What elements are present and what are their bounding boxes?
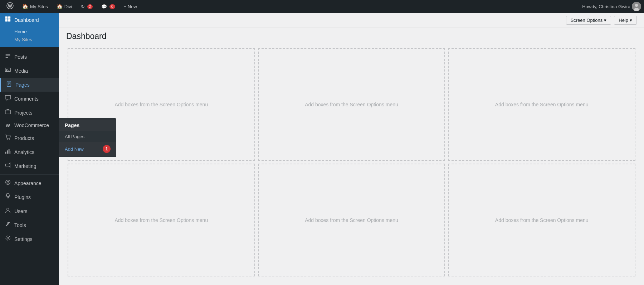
sidebar-item-users[interactable]: Users — [0, 204, 59, 218]
svg-rect-20 — [9, 149, 10, 154]
screen-options-button[interactable]: Screen Options ▾ — [566, 16, 611, 25]
content-header: Screen Options ▾ Help ▾ — [59, 13, 644, 28]
wp-logo-icon: W — [6, 2, 14, 11]
posts-icon — [4, 53, 11, 61]
screen-options-label: Screen Options — [571, 18, 603, 23]
svg-point-17 — [9, 139, 10, 140]
products-label: Products — [14, 135, 34, 141]
sidebar-item-appearance[interactable]: Appearance — [0, 176, 59, 190]
svg-rect-19 — [7, 150, 8, 154]
dashboard-box-3: Add boxes from the Screen Options menu — [448, 48, 635, 161]
dashboard-box-5: Add boxes from the Screen Options menu — [258, 164, 445, 276]
sidebar-item-tools[interactable]: Tools — [0, 218, 59, 232]
svg-point-22 — [6, 180, 10, 185]
plugins-label: Plugins — [14, 194, 31, 200]
tools-icon — [4, 221, 11, 229]
marketing-icon — [4, 162, 11, 170]
posts-label: Posts — [14, 54, 27, 60]
media-label: Media — [14, 68, 28, 74]
sidebar: Dashboard Home My Sites Posts — [0, 13, 59, 285]
user-greeting: Howdy, Christina Gwira — [582, 4, 630, 9]
dashboard-box-2: Add boxes from the Screen Options menu — [258, 48, 445, 161]
my-sites-button[interactable]: 🏠 My Sites — [19, 0, 52, 13]
sidebar-item-products[interactable]: Products — [0, 131, 59, 145]
submenu-all-pages[interactable]: All Pages — [59, 131, 116, 142]
all-pages-label: All Pages — [65, 134, 84, 139]
box-1-text: Add boxes from the Screen Options menu — [114, 102, 208, 107]
pages-label: Pages — [15, 82, 30, 88]
pages-submenu: Pages All Pages Add New 1 — [59, 118, 116, 157]
appearance-label: Appearance — [14, 180, 42, 186]
divi-label: Divi — [64, 4, 72, 9]
sidebar-item-woocommerce[interactable]: W WooCommerce — [0, 120, 59, 131]
wp-logo-button[interactable]: W — [3, 0, 17, 13]
add-new-badge: 1 — [103, 145, 111, 153]
svg-text:W: W — [8, 4, 12, 9]
plugins-icon — [4, 193, 11, 201]
svg-point-23 — [7, 181, 9, 183]
projects-label: Projects — [14, 110, 33, 116]
page-title-area: Dashboard — [59, 28, 644, 47]
products-icon — [4, 134, 11, 142]
updates-count: 2 — [87, 4, 93, 9]
user-avatar[interactable] — [632, 2, 641, 11]
tools-label: Tools — [14, 222, 26, 228]
box-5-text: Add boxes from the Screen Options menu — [305, 217, 398, 223]
svg-rect-8 — [8, 19, 10, 21]
home-link[interactable]: Home — [14, 28, 55, 36]
my-sites-sub-link[interactable]: My Sites — [14, 36, 55, 43]
sidebar-home-section: Home My Sites — [0, 27, 59, 47]
comments-label: Comments — [14, 96, 39, 102]
sidebar-item-pages[interactable]: Pages — [0, 78, 59, 92]
sidebar-item-media[interactable]: Media — [0, 64, 59, 78]
my-sites-label: My Sites — [30, 4, 48, 9]
sidebar-item-analytics[interactable]: Analytics — [0, 145, 59, 159]
new-content-label: + New — [124, 4, 137, 9]
svg-rect-21 — [10, 151, 10, 154]
media-icon — [4, 67, 11, 75]
svg-point-25 — [7, 208, 9, 210]
updates-button[interactable]: ↻ 2 — [77, 0, 97, 13]
my-sites-icon: 🏠 — [22, 4, 28, 9]
sidebar-item-marketing[interactable]: Marketing — [0, 159, 59, 173]
box-3-text: Add boxes from the Screen Options menu — [495, 102, 589, 107]
help-button[interactable]: Help ▾ — [614, 16, 637, 25]
settings-icon — [4, 235, 11, 243]
comments-count: 0 — [109, 4, 115, 9]
users-icon — [4, 207, 11, 215]
woocommerce-label: WooCommerce — [14, 122, 49, 128]
sidebar-item-projects[interactable]: Projects — [0, 106, 59, 120]
svg-point-3 — [635, 4, 638, 7]
divi-button[interactable]: 🏠 Divi — [53, 0, 76, 13]
marketing-label: Marketing — [14, 163, 36, 169]
users-label: Users — [14, 208, 28, 214]
settings-label: Settings — [14, 236, 33, 242]
box-6-text: Add boxes from the Screen Options menu — [495, 217, 589, 223]
boxes-row-bottom: Add boxes from the Screen Options menu A… — [66, 162, 637, 278]
pages-icon — [5, 81, 13, 89]
new-content-button[interactable]: + New — [120, 0, 141, 13]
content-area: Screen Options ▾ Help ▾ Dashboard Add bo… — [59, 13, 644, 285]
svg-point-26 — [7, 237, 9, 239]
svg-rect-7 — [5, 19, 8, 21]
projects-icon — [4, 108, 11, 117]
dashboard-boxes: Add boxes from the Screen Options menu A… — [59, 47, 644, 285]
submenu-header: Pages — [59, 120, 116, 131]
analytics-icon — [4, 148, 11, 156]
appearance-icon — [4, 179, 11, 187]
svg-rect-15 — [5, 110, 10, 114]
dashboard-label: Dashboard — [14, 17, 39, 23]
sidebar-item-dashboard[interactable]: Dashboard — [0, 13, 59, 27]
submenu-add-new[interactable]: Add New 1 — [59, 142, 116, 156]
box-2-text: Add boxes from the Screen Options menu — [305, 102, 398, 107]
sidebar-item-posts[interactable]: Posts — [0, 50, 59, 64]
admin-bar: W 🏠 My Sites 🏠 Divi ↻ 2 💬 0 + New How — [0, 0, 644, 13]
sidebar-item-settings[interactable]: Settings — [0, 232, 59, 246]
comments-button[interactable]: 💬 0 — [98, 0, 119, 13]
divi-icon: 🏠 — [57, 4, 63, 9]
sidebar-item-comments[interactable]: Comments — [0, 92, 59, 106]
svg-point-16 — [7, 139, 8, 140]
dashboard-icon — [4, 16, 11, 24]
sidebar-item-plugins[interactable]: Plugins — [0, 190, 59, 204]
woocommerce-icon: W — [4, 123, 11, 128]
